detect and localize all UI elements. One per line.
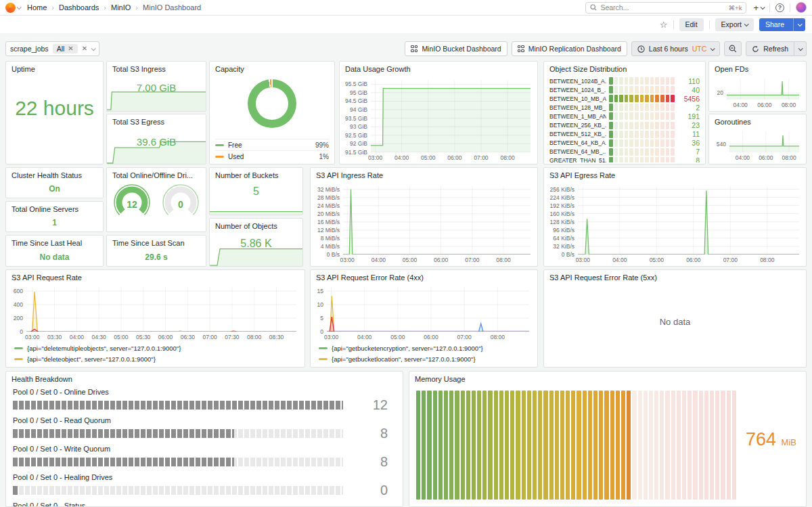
panel-title[interactable]: Goroutines — [709, 114, 806, 127]
object-size-label: GREATER_THAN_51... — [549, 157, 606, 162]
panel-title[interactable]: Number of Buckets — [210, 168, 302, 181]
help-button[interactable]: ? — [775, 3, 784, 12]
breadcrumb-item-minio[interactable]: MinIO — [111, 3, 131, 12]
edit-button[interactable]: Edit — [679, 18, 704, 31]
legend-item[interactable]: {api="getbucketencryption", server="127.… — [319, 345, 533, 352]
plot-area[interactable] — [578, 186, 799, 255]
legend-item[interactable]: {api="deletemultipleobjects", server="12… — [14, 345, 300, 352]
x-axis: 03:0004:0005:0006:0007:0008:00 — [343, 255, 531, 265]
y-axis-tick: 92.5 GiB — [345, 132, 367, 139]
health-bar-gauge — [13, 486, 343, 495]
panel-s3-api-egress-rate: S3 API Egress Rate 256 KiB/s224 KiB/s192… — [543, 167, 807, 267]
legend-label: Free — [228, 141, 242, 149]
user-avatar-button[interactable] — [796, 2, 807, 13]
plot-area[interactable] — [371, 80, 531, 152]
panel-title[interactable]: S3 API Egress Rate — [544, 168, 806, 181]
panel-title[interactable]: S3 API Request Error Rate (5xx) — [544, 270, 806, 283]
share-button[interactable]: Share — [759, 18, 805, 31]
panel-title[interactable]: S3 API Ingress Rate — [311, 168, 537, 181]
timeseries-chart[interactable]: 256 KiB/s224 KiB/s192 KiB/s160 KiB/s128 … — [545, 183, 803, 265]
search-placeholder: Search... — [600, 3, 629, 12]
search-input[interactable]: Search... ⌘+k — [585, 2, 746, 14]
legend-item[interactable]: Used1% — [215, 150, 329, 162]
y-axis-tick: 95.5 GiB — [345, 81, 367, 87]
zoom-out-button[interactable] — [724, 41, 742, 56]
panel-s3-api-ingress-rate: S3 API Ingress Rate 32 MiB/s28 MiB/s24 M… — [310, 167, 538, 267]
timeseries-chart[interactable]: 95.5 GiB95 GiB94.5 GiB94 GiB93.5 GiB93 G… — [341, 76, 535, 162]
panel-title[interactable]: Memory Usage — [409, 372, 806, 384]
panel-title[interactable]: Total Online/Offline Dri... — [107, 168, 206, 181]
y-axis-tick: 20 MiB/s — [317, 211, 340, 217]
refresh-button[interactable]: Refresh — [746, 41, 794, 56]
timeseries-chart[interactable]: 15105003:0004:0005:0006:0007:0008:00 — [312, 284, 533, 342]
chevron-down-icon[interactable] — [91, 46, 96, 51]
link-minio-replication-dashboard[interactable]: MinIO Replication Dashboard — [512, 41, 627, 56]
breadcrumb-item-dashboards[interactable]: Dashboards — [59, 3, 99, 12]
panel-title[interactable]: Time Since Last Scan — [107, 236, 206, 248]
panel-title[interactable]: Open FDs — [709, 62, 806, 74]
grafana-logo[interactable] — [5, 3, 16, 13]
remove-value-icon[interactable]: ✕ — [68, 45, 73, 52]
panel-title[interactable]: Health Breakdown — [6, 372, 403, 384]
panel-title[interactable]: Number of Objects — [210, 219, 302, 232]
y-axis-tick: 256 KiB/s — [550, 186, 574, 193]
breadcrumb-item-home[interactable]: Home — [27, 3, 47, 12]
x-axis: 04:0006:0008:00 — [729, 152, 799, 162]
chart-legend: {api="getbucketencryption", server="127.… — [319, 345, 533, 363]
x-axis-tick: 03:30 — [47, 334, 62, 340]
panel-title[interactable]: S3 API Request Rate — [6, 270, 304, 283]
panel-title[interactable]: Object Size Distribution — [544, 62, 705, 74]
legend-item[interactable]: {api="getbucketlocation", server="127.0.… — [319, 355, 533, 363]
panel-title[interactable]: Uptime — [6, 62, 103, 74]
legend-color-dash — [14, 358, 23, 360]
panel-title[interactable]: Capacity — [210, 62, 334, 74]
x-axis: 03:0004:0005:0006:0007:0008:00 — [327, 332, 529, 342]
y-axis-tick: 95 GiB — [350, 89, 367, 96]
panel-title[interactable]: Total S3 Ingress — [107, 62, 206, 74]
clear-icon[interactable]: ✕ — [82, 45, 87, 52]
legend-item[interactable]: Free99% — [215, 139, 329, 150]
capacity-donut-chart[interactable] — [248, 79, 296, 128]
y-axis-tick: 96 KiB/s — [553, 227, 574, 234]
panel-title[interactable]: Cluster Health Status — [6, 168, 103, 181]
panel-object-size-distribution: Object Size Distribution BETWEEN_1024B_A… — [543, 61, 706, 164]
favorite-star-icon[interactable]: ☆ — [660, 20, 668, 29]
legend-color-dash — [215, 156, 224, 158]
health-row-label: Pool 0 / Set 0 - Status — [13, 502, 396, 507]
legend-label: {api="getbucketencryption", server="127.… — [332, 345, 483, 352]
plot-area[interactable] — [26, 287, 296, 332]
bar-gauge — [609, 95, 675, 102]
timeseries-chart[interactable]: 32 MiB/s28 MiB/s24 MiB/s20 MiB/s16 MiB/s… — [312, 183, 535, 265]
timeseries-chart[interactable]: 600400200003:0003:3004:0004:3005:0005:30… — [7, 284, 300, 342]
link-minio-bucket-dashboard[interactable]: MinIO Bucket Dashboard — [405, 41, 507, 56]
time-range-picker[interactable]: Last 6 hours UTC — [631, 41, 720, 56]
panel-title[interactable]: Time Since Last Heal — [6, 236, 103, 248]
export-button[interactable]: Export — [715, 18, 754, 31]
panel-number-of-buckets: Number of Buckets 5 — [209, 167, 303, 215]
gauge: 0 — [159, 183, 202, 225]
refresh-interval-button[interactable] — [794, 41, 807, 56]
y-axis-tick: 32 MiB/s — [317, 186, 340, 193]
x-axis-tick: 07:00 — [202, 334, 217, 340]
panel-title[interactable]: Total Online Servers — [6, 202, 103, 215]
divider — [709, 20, 710, 29]
logo-chevron-down-icon[interactable] — [17, 5, 22, 9]
plot-area[interactable] — [729, 131, 799, 152]
plot-area[interactable] — [343, 186, 531, 255]
variable-value-chip[interactable]: All✕ — [53, 44, 78, 53]
timeseries-chart[interactable]: 2004:0006:0008:00 — [710, 75, 803, 110]
add-button[interactable]: + — [753, 3, 764, 13]
share-menu-button[interactable] — [793, 18, 805, 31]
y-axis-tick: 93.5 GiB — [345, 115, 367, 122]
object-size-row: BETWEEN_10_MB_A...5456 — [549, 94, 700, 103]
timeseries-chart[interactable]: 54004:0006:0008:00 — [710, 128, 803, 162]
plot-area[interactable] — [727, 79, 799, 100]
panel-title[interactable]: Data Usage Growth — [340, 62, 537, 74]
legend-item[interactable]: {api="deleteobject", server="127.0.0.1:9… — [14, 355, 300, 363]
x-axis-tick: 04:00 — [612, 257, 627, 263]
plot-area[interactable] — [327, 287, 529, 332]
x-axis-tick: 08:00 — [491, 334, 505, 340]
panel-title[interactable]: S3 API Request Error Rate (4xx) — [311, 270, 537, 283]
variable-scrape-jobs[interactable]: scrape_jobs All✕ ✕ — [5, 41, 99, 56]
panel-title[interactable]: Total S3 Egress — [107, 114, 206, 127]
